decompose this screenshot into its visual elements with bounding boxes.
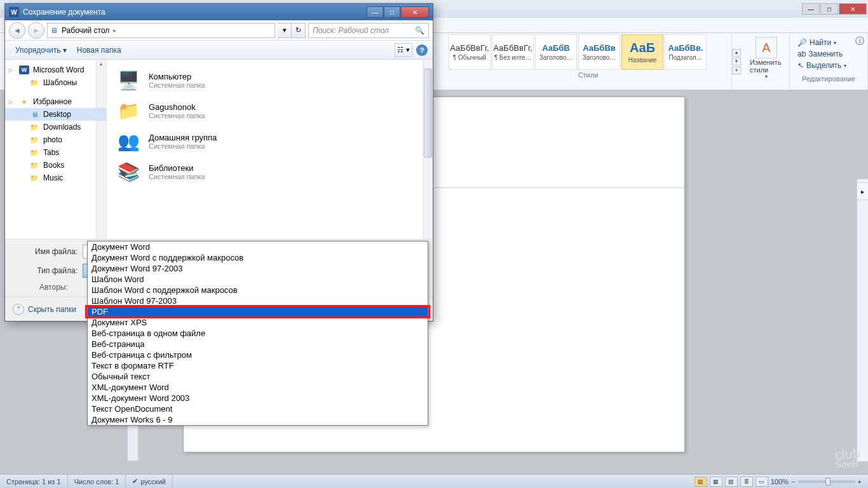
search-icon: 🔍 [415,26,424,35]
nav-word[interactable]: ▷WMicrosoft Word [5,64,106,76]
nav-templates[interactable]: 📁Шаблоны [5,76,106,89]
status-bar: Страница: 1 из 1 Число слов: 1 ✔русский … [0,474,868,488]
nav-back[interactable]: ◄ [9,22,25,39]
replace-button[interactable]: abЗаменить [797,48,860,60]
nav-photo[interactable]: 📁photo [5,133,106,146]
organize-button[interactable]: Упорядочить ▾ [10,43,72,57]
style-gallery-item[interactable]: АаБбВЗаголово… [535,34,577,70]
dialog-title: Сохранение документа [23,8,105,17]
nav-downloads[interactable]: 📁Downloads [5,121,106,133]
dropdown-option[interactable]: XML-документ Word 2003 [88,393,428,403]
chevron-right-icon[interactable]: ▸ [113,27,116,34]
dropdown-option[interactable]: Текст OpenDocument [88,403,428,414]
cursor-icon: ↖ [797,61,804,70]
dropdown-option[interactable]: Документ Word с поддержкой макросов [88,252,428,263]
folder-icon: 📁 [29,161,39,170]
item-icon: 📚 [114,159,142,184]
highlight-annotation [85,305,430,318]
fullscreen-view[interactable]: ▦ [710,477,722,487]
folder-icon: 📁 [29,173,39,182]
zoom-slider[interactable] [798,480,855,483]
draft-view[interactable]: ▭ [756,477,768,487]
content-scrollbar[interactable] [423,60,433,239]
web-view[interactable]: ▨ [725,477,738,487]
dropdown-option[interactable]: Шаблон Word с поддержкой макросов [88,285,428,295]
zoom-level[interactable]: 100% [771,478,789,485]
style-gallery-item[interactable]: АаБбВвЗаголово… [578,34,620,70]
style-gallery-item[interactable]: АаБНазвание [621,34,663,70]
language-indicator[interactable]: ✔русский [126,475,172,488]
content-item[interactable]: 🖥️КомпьютерСистемная папка [109,65,430,95]
hide-folders-button[interactable]: ˄ Скрыть папки [13,304,76,315]
dropdown-option[interactable]: Веб-страница в одном файле [88,328,428,339]
close-button[interactable]: ✕ [839,3,867,15]
nav-music[interactable]: 📁Music [5,172,106,184]
nav-forward[interactable]: ► [28,22,44,39]
dropdown-option[interactable]: Шаблон Word 97-2003 [88,295,428,306]
content-item[interactable]: 👥Домашняя группаСистемная папка [109,126,430,156]
dropdown-option[interactable]: Веб-страница с фильтром [88,349,428,360]
filetype-dropdown[interactable]: Документ WordДокумент Word с поддержкой … [87,241,428,426]
nav-books[interactable]: 📁Books [5,159,106,172]
vertical-scrollbar[interactable] [857,179,868,461]
word-count[interactable]: Число слов: 1 [68,475,126,488]
nav-desktop[interactable]: 🖥Desktop [5,108,106,121]
dialog-titlebar[interactable]: W Сохранение документа — □ ✕ [5,4,433,20]
spellcheck-icon: ✔ [132,477,138,485]
nav-favorites[interactable]: ▷★Избранное [5,95,106,108]
find-button[interactable]: 🔎Найти ▾ [797,37,860,48]
dropdown-option[interactable]: Документ Word [88,241,428,252]
select-button[interactable]: ↖Выделить ▾ [797,60,860,71]
refresh-button[interactable]: ↻ [292,23,306,38]
address-bar[interactable]: 🖥 Рабочий стол ▸ [47,23,275,38]
word-icon: W [9,7,19,17]
zoom-in[interactable]: + [858,478,862,485]
dropdown-option[interactable]: Документ Works 6 - 9 [88,414,428,425]
filename-label: Имя файла: [14,247,78,256]
view-options[interactable]: ☷ ▾ [395,43,412,57]
minimize-button[interactable]: — [802,3,820,15]
outline-view[interactable]: ≣ [740,477,753,487]
content-item[interactable]: 📁GagushonokСистемная папка [109,95,430,126]
dropdown-option[interactable]: PDF [88,306,428,317]
desktop-icon: 🖥 [29,110,39,119]
folder-icon: 📁 [29,148,39,157]
dropdown-option[interactable]: Обычный текст [88,371,428,382]
editing-group-label: Редактирование [794,75,864,83]
dialog-maximize[interactable]: □ [384,6,400,18]
item-icon: 📁 [114,98,142,123]
page-indicator[interactable]: Страница: 1 из 1 [0,475,68,488]
style-gallery-item[interactable]: АаБбВвГг,¶ Без инте… [492,34,534,70]
side-panel-tab[interactable]: ▸ [857,182,868,200]
dropdown-option[interactable]: Текст в формате RTF [88,360,428,371]
folder-icon: 📁 [29,123,39,132]
dialog-minimize[interactable]: — [367,6,383,18]
navigation-pane: ▷WMicrosoft Word 📁Шаблоны ▷★Избранное 🖥D… [5,60,107,239]
authors-label: Авторы: [39,283,68,292]
folder-icon: 📁 [29,78,39,87]
address-dropdown[interactable]: ▾ [278,23,292,38]
style-gallery-item[interactable]: АаБбВв.Подзагол… [665,34,707,70]
dropdown-option[interactable]: Документ XPS [88,317,428,328]
dropdown-option[interactable]: Документ Word 97-2003 [88,263,428,274]
style-gallery-item[interactable]: АаБбВвГг,¶ Обычный [449,34,491,70]
print-layout-view[interactable]: ▤ [695,477,707,487]
change-styles-button[interactable]: A Изменить стили ▾ [747,34,785,82]
dialog-close[interactable]: ✕ [401,6,429,18]
search-input[interactable]: Поиск: Рабочий стол 🔍 [308,23,429,38]
content-item[interactable]: 📚БиблиотекиСистемная папка [109,156,430,187]
styles-expand[interactable]: ▲▼▾ [732,33,743,90]
desktop-icon: 🖥 [50,26,58,35]
dialog-help[interactable]: ? [416,44,428,56]
dropdown-option[interactable]: XML-документ Word [88,382,428,393]
filetype-label: Тип файла: [14,266,78,275]
dropdown-option[interactable]: Веб-страница [88,339,428,349]
item-icon: 🖥️ [114,67,142,93]
star-icon: ★ [19,97,29,106]
nav-tabs[interactable]: 📁Tabs [5,146,106,159]
maximize-button[interactable]: □ [820,3,838,15]
dropdown-option[interactable]: Шаблон Word [88,274,428,285]
new-folder-button[interactable]: Новая папка [72,43,126,57]
zoom-out[interactable]: − [791,478,795,485]
help-icon[interactable]: ⓘ [855,36,864,47]
